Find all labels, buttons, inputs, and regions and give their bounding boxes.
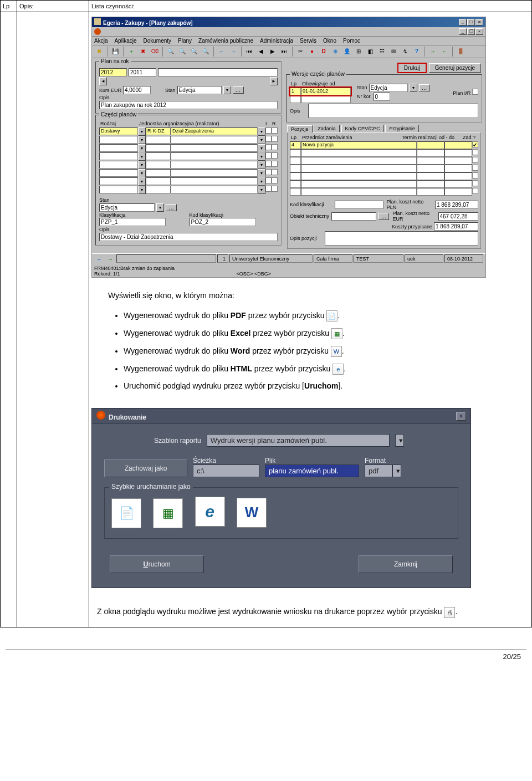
- pdf-icon[interactable]: 📄: [111, 498, 141, 528]
- pln-input[interactable]: 1 868 289,07: [435, 201, 478, 209]
- search-icon-4[interactable]: 🔍: [201, 47, 211, 57]
- cell[interactable]: R-K-DZ: [146, 127, 171, 135]
- dropdown-icon[interactable]: ▾: [156, 203, 164, 212]
- uruchom-button[interactable]: UUruchom: [110, 555, 204, 573]
- checkbox[interactable]: [265, 127, 272, 134]
- search-icon-2[interactable]: 🔍: [177, 47, 187, 57]
- maximize-button[interactable]: □: [467, 19, 475, 25]
- opis-input[interactable]: Dostawy - Dział Zaopatrzenia: [99, 233, 278, 241]
- generuj-button[interactable]: Generuj pozycje: [429, 63, 481, 73]
- nav-next-icon[interactable]: →: [228, 47, 238, 57]
- opis-input[interactable]: Plan zakupów na rok 2012: [99, 101, 278, 109]
- ellipsis-button[interactable]: …: [166, 204, 177, 211]
- sciezka-input[interactable]: c:\: [193, 464, 259, 477]
- close-button[interactable]: ×: [456, 412, 466, 421]
- tool-icon[interactable]: ✖: [94, 47, 104, 57]
- opis-input[interactable]: [325, 231, 478, 246]
- first-icon[interactable]: ⏮: [244, 47, 254, 57]
- nav-prev-icon[interactable]: ←: [217, 47, 227, 57]
- rok-input[interactable]: 2012: [99, 68, 127, 76]
- nrkor-input[interactable]: 0: [374, 93, 390, 101]
- cell[interactable]: Nowa pozycja: [301, 141, 417, 149]
- search-icon-3[interactable]: 🔍: [189, 47, 199, 57]
- last-icon[interactable]: ⏭: [279, 47, 289, 57]
- minimize-button[interactable]: _: [459, 19, 467, 25]
- menu-item[interactable]: Serwis: [300, 38, 316, 44]
- close-button-2[interactable]: ×: [475, 28, 483, 35]
- menu-item[interactable]: Okno: [323, 38, 336, 44]
- delete-icon[interactable]: ✖: [138, 47, 148, 57]
- menu-item[interactable]: Akcja: [94, 38, 108, 44]
- kurs-input[interactable]: 4,0000: [123, 86, 151, 94]
- next-icon[interactable]: ▶: [268, 47, 278, 57]
- dropdown-icon[interactable]: ▾: [138, 127, 146, 136]
- zachowaj-button[interactable]: Zachowaj jako: [104, 460, 187, 477]
- dropdown-icon[interactable]: ▾: [392, 464, 401, 477]
- prev-icon[interactable]: ◀: [256, 47, 266, 57]
- menu-item[interactable]: Aplikacje: [114, 38, 136, 44]
- szablon-input[interactable]: Wydruk wersji planu zamówień publ.: [207, 434, 390, 447]
- plik-input[interactable]: planu zamówień publ.: [265, 464, 359, 477]
- rok2-input[interactable]: 2011: [129, 68, 156, 76]
- cell[interactable]: 01-01-2012: [301, 88, 351, 95]
- dropdown-icon[interactable]: ▾: [258, 127, 265, 136]
- checkbox[interactable]: [272, 127, 278, 134]
- field[interactable]: [158, 68, 278, 76]
- ellipsis-button[interactable]: …: [419, 84, 430, 91]
- mail-icon[interactable]: ✉: [388, 47, 398, 57]
- tool-icon[interactable]: ↯: [400, 47, 410, 57]
- exit-icon[interactable]: 🚪: [456, 47, 466, 57]
- nav-icon[interactable]: →: [105, 254, 115, 264]
- klas-input[interactable]: PZP_1: [99, 218, 166, 226]
- stan-input[interactable]: Edycja: [99, 203, 155, 212]
- dropdown-icon[interactable]: ◄: [99, 77, 107, 85]
- search-icon[interactable]: 🔍: [166, 47, 176, 57]
- koszty-input[interactable]: 1 868 289,07: [434, 222, 478, 231]
- person-icon[interactable]: 👤: [342, 47, 352, 57]
- clear-icon[interactable]: ⌫: [150, 47, 160, 57]
- checkbox[interactable]: [472, 89, 478, 95]
- arrow-icon[interactable]: →: [428, 47, 438, 57]
- excel-icon[interactable]: ▦: [153, 498, 183, 528]
- stan-input[interactable]: Edycja: [177, 86, 222, 94]
- ellipsis-button[interactable]: …: [233, 86, 244, 94]
- input[interactable]: [335, 201, 383, 209]
- tool-icon[interactable]: ◧: [365, 47, 375, 57]
- tool-icon[interactable]: ⊕: [330, 47, 340, 57]
- word-icon[interactable]: W: [237, 498, 267, 528]
- restore-button[interactable]: ❐: [467, 28, 475, 35]
- menu-item[interactable]: Administracja: [260, 38, 293, 44]
- close-button[interactable]: ×: [475, 19, 483, 25]
- opis-input[interactable]: [308, 104, 478, 118]
- tool-d-icon[interactable]: D: [319, 47, 329, 57]
- minimize-button-2[interactable]: _: [459, 28, 467, 35]
- zamknij-button[interactable]: Zamknij: [359, 555, 453, 573]
- tab[interactable]: Kody CPV/CPC: [341, 125, 384, 132]
- dropdown-icon[interactable]: ▾: [223, 86, 231, 94]
- tool-icon[interactable]: ●: [307, 47, 317, 57]
- input[interactable]: [331, 212, 376, 221]
- eur-input[interactable]: 467 072,28: [438, 212, 479, 221]
- tree-icon[interactable]: ⊞: [354, 47, 364, 57]
- dropdown-icon[interactable]: ▾: [410, 84, 417, 92]
- checkbox[interactable]: ✔: [472, 141, 478, 147]
- nav-icon[interactable]: ←: [94, 254, 104, 264]
- tab[interactable]: Pozycje: [287, 125, 313, 132]
- stan-input[interactable]: Edycja: [369, 84, 408, 92]
- kod-input[interactable]: POZ_2: [190, 218, 256, 226]
- drukuj-button[interactable]: Drukuj: [397, 63, 427, 73]
- tab[interactable]: Zadania: [314, 125, 340, 132]
- add-icon[interactable]: ＋: [126, 47, 136, 57]
- save-icon[interactable]: 💾: [110, 47, 120, 57]
- format-input[interactable]: pdf: [365, 464, 392, 477]
- cell[interactable]: 1: [290, 88, 301, 95]
- menu-item[interactable]: Dokumenty: [143, 38, 171, 44]
- arrow-icon[interactable]: ←: [439, 47, 449, 57]
- help-icon[interactable]: ?: [412, 47, 422, 57]
- tool-icon[interactable]: ✂: [295, 47, 305, 57]
- dropdown-icon[interactable]: ►: [270, 77, 278, 85]
- ellipsis-button[interactable]: …: [378, 213, 389, 220]
- cell[interactable]: Dział Zaopatrzenia: [171, 127, 258, 135]
- menu-item[interactable]: Plany: [178, 38, 192, 44]
- menu-item[interactable]: Zamówienia publiczne: [198, 38, 253, 44]
